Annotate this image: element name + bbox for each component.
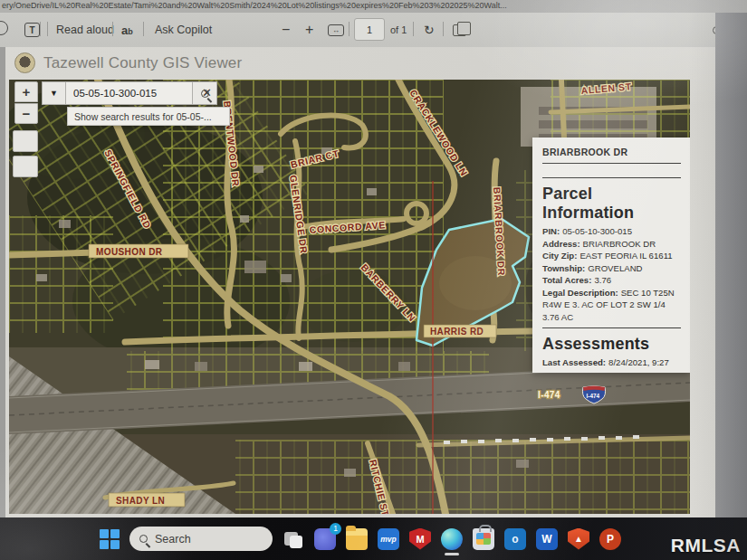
tazewell-county-seal-icon: [14, 52, 35, 73]
page-number-input[interactable]: [354, 18, 385, 41]
clipped-tool-icon: [0, 21, 8, 35]
search-suggestion[interactable]: Show search results for 05-05-...: [67, 107, 230, 126]
microsoft-store-icon[interactable]: [473, 528, 494, 550]
svg-text:I-474: I-474: [587, 393, 600, 399]
map-canvas[interactable]: SPRINGFIELD RD BRENTWOOD DR BRIAR CT GLE…: [9, 80, 690, 514]
field-pin: PIN:05-05-10-300-015: [542, 225, 681, 238]
pdf-toolbar: T Read aloud ab Ask Copilot − + ↔ of 1: [0, 13, 747, 47]
field-address: Address:BRIARBROOK DR: [542, 238, 681, 251]
chevron-down-icon: ▼: [50, 89, 58, 98]
powerpoint-icon[interactable]: P: [599, 528, 621, 550]
minus-icon: −: [282, 22, 290, 38]
start-button[interactable]: [100, 529, 120, 549]
task-view-button[interactable]: [283, 528, 304, 550]
parcel-info-popup: BRIARBROOK DR Parcel Information PIN:05-…: [532, 138, 690, 373]
outlook-icon[interactable]: o: [504, 528, 526, 550]
highway-label-i474: I-474: [538, 390, 560, 400]
active-app-indicator: [445, 553, 459, 555]
field-acres: Total Acres:3.76: [542, 274, 681, 287]
search-dropdown-button[interactable]: ▼: [42, 81, 66, 105]
fit-to-width-icon: ↔: [328, 24, 344, 36]
page-view-icon: [453, 24, 466, 36]
field-legal: Legal Description:SEC 10 T25N R4W E 3. A…: [542, 287, 681, 324]
zoom-in-button[interactable]: +: [305, 20, 313, 40]
street-label-shady: SHADY LN: [109, 493, 185, 507]
mcafee-icon[interactable]: M: [409, 528, 431, 550]
search-icon: [139, 535, 148, 543]
svg-text:I-474: I-474: [538, 390, 560, 400]
desktop-edge: [715, 13, 747, 517]
edge-icon[interactable]: [441, 528, 463, 550]
rmlsa-watermark: RMLSA: [671, 535, 741, 556]
field-last-assessed: Last Assessed:8/24/2021, 9:27 AM: [542, 356, 681, 373]
rotate-icon: ↻: [424, 23, 435, 37]
field-cityzip: City Zip:EAST PEORIA IL 61611: [542, 250, 681, 262]
parcel-search-input[interactable]: [66, 81, 193, 105]
gis-header: Tazewell County GIS Viewer: [14, 52, 242, 73]
page-view-button[interactable]: [453, 20, 466, 40]
taskbar-search-label: Search: [155, 533, 191, 546]
taskbar-search[interactable]: Search: [129, 527, 273, 551]
street-label-moushon: MOUSHON DR: [89, 244, 188, 258]
map-tool-button-2[interactable]: [13, 156, 38, 177]
translate-icon: ab: [121, 24, 133, 37]
chat-badge: 1: [330, 523, 341, 535]
chat-icon[interactable]: 1: [314, 528, 336, 550]
svg-text:SHADY LN: SHADY LN: [116, 496, 165, 506]
parcel-info-title: Parcel Information: [542, 185, 681, 223]
svg-text:HARRIS RD: HARRIS RD: [430, 327, 484, 337]
parcel-search-bar: ▼ ✕: [42, 81, 217, 105]
fit-to-width-button[interactable]: ↔: [328, 20, 344, 40]
field-township: Township:GROVELAND: [542, 262, 681, 275]
search-submit-button[interactable]: [193, 81, 217, 105]
add-text-button[interactable]: T: [24, 20, 40, 40]
map-zoom-in-button[interactable]: +: [14, 81, 38, 102]
brave-icon[interactable]: ▲: [568, 528, 589, 550]
map-zoom-out-button[interactable]: −: [14, 103, 38, 124]
file-explorer-icon[interactable]: [346, 528, 368, 550]
screen-photo: ery/OneDrive/IL%20Real%20Estate/Tami%20a…: [0, 0, 747, 560]
search-icon: [201, 90, 209, 98]
pdf-page: Tazewell County GIS Viewer: [5, 47, 715, 517]
page-title: Tazewell County GIS Viewer: [43, 54, 242, 72]
street-label-harris: HARRIS RD: [424, 325, 496, 337]
add-text-icon: T: [24, 23, 40, 37]
translate-button[interactable]: ab: [121, 20, 133, 40]
svg-text:MOUSHON DR: MOUSHON DR: [96, 247, 163, 257]
map-tool-button[interactable]: [13, 130, 38, 152]
zoom-out-button[interactable]: −: [282, 20, 290, 40]
word-icon[interactable]: W: [536, 528, 558, 550]
read-aloud-button[interactable]: Read aloud: [56, 20, 114, 40]
windows-taskbar: Search 1 mvp M o W ▲ P RMLSA: [0, 517, 747, 560]
browser-url-text: ery/OneDrive/IL%20Real%20Estate/Tami%20a…: [0, 0, 747, 13]
mvp-app-icon[interactable]: mvp: [378, 528, 399, 550]
popup-header: BRIARBROOK DR: [542, 147, 681, 157]
plus-icon: +: [305, 22, 313, 38]
assessments-title: Assessments: [542, 335, 681, 354]
page-count-label: of 1: [390, 20, 407, 40]
rotate-button[interactable]: ↻: [424, 20, 435, 40]
ask-copilot-button[interactable]: Ask Copilot: [155, 20, 212, 40]
